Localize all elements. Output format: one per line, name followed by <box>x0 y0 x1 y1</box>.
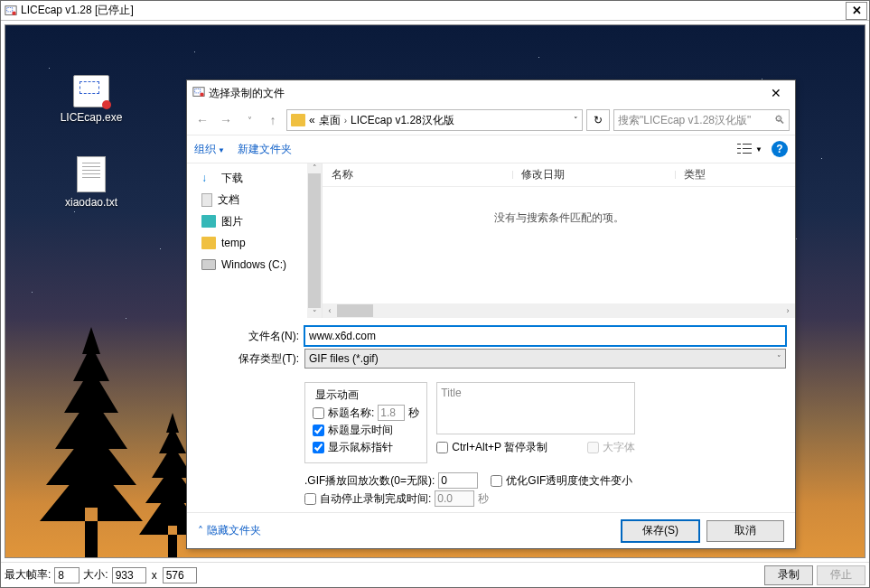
hide-folders-link[interactable]: ˄ 隐藏文件夹 <box>198 523 261 538</box>
record-button[interactable]: 录制 <box>764 565 813 585</box>
recent-dropdown[interactable]: ˅ <box>239 110 259 130</box>
title-textarea[interactable]: Title <box>436 382 635 434</box>
autostop-seconds-label: 秒 <box>478 491 489 507</box>
pause-hotkey-label: Ctrl+Alt+P 暂停录制 <box>452 440 547 455</box>
svg-point-2 <box>12 11 15 14</box>
autostop-label: 自动停止录制完成时间: <box>320 491 431 507</box>
desktop-icon-xiaodao[interactable]: xiaodao.txt <box>55 156 127 209</box>
optimize-label: 优化GIF透明度使文件变小 <box>506 473 632 489</box>
desktop-icon-label: LICEcap.exe <box>55 111 127 124</box>
file-list[interactable]: 没有与搜索条件匹配的项。 <box>323 187 795 303</box>
tree-item-drive-c[interactable]: Windows (C:)˅ <box>187 254 322 275</box>
view-mode-button[interactable]: ▼ <box>737 143 762 155</box>
loop-label: .GIF播放回放次数(0=无限): <box>304 473 435 489</box>
breadcrumb-part[interactable]: 桌面 <box>319 113 341 128</box>
organize-menu[interactable]: 组织▼ <box>194 142 225 157</box>
breadcrumb[interactable]: « 桌面 › LICEcap v1.28汉化版 ˅ <box>286 109 583 131</box>
title-name-checkbox[interactable] <box>313 407 324 419</box>
back-button[interactable]: ← <box>192 110 212 130</box>
column-type[interactable]: 类型 <box>675 167 795 182</box>
dialog-app-icon <box>192 86 205 101</box>
dialog-toolbar: 组织▼ 新建文件夹 ▼ ? <box>187 135 795 163</box>
show-time-checkbox[interactable] <box>313 425 324 436</box>
forward-button[interactable]: → <box>216 110 236 130</box>
svg-rect-9 <box>743 148 752 149</box>
dialog-close-button[interactable]: ✕ <box>762 86 790 100</box>
size-label: 大小: <box>83 567 108 583</box>
capture-area: LICEcap.exe xiaodao.txt 选择录制的文件 ✕ ← → ˅ … <box>5 24 865 558</box>
refresh-button[interactable]: ↻ <box>586 109 610 131</box>
tree-item-temp[interactable]: temp <box>187 232 322 254</box>
save-button[interactable]: 保存(S) <box>622 520 699 542</box>
cancel-button[interactable]: 取消 <box>706 520 784 542</box>
form-area: 文件名(N): 保存类型(T): GIF files (*.gif) ˅ <box>187 318 795 378</box>
pictures-icon <box>201 215 216 228</box>
file-panel: 名称 修改日期 类型 没有与搜索条件匹配的项。 ‹› <box>323 163 795 318</box>
height-input[interactable] <box>163 567 197 583</box>
show-cursor-label: 显示鼠标指针 <box>328 440 393 455</box>
save-dialog: 选择录制的文件 ✕ ← → ˅ ↑ « 桌面 › LICEcap v1.28汉化… <box>186 79 796 549</box>
main-titlebar[interactable]: LICEcap v1.28 [已停止] ✕ <box>1 1 869 21</box>
breadcrumb-part[interactable]: LICEcap v1.28汉化版 <box>351 113 454 128</box>
nav-bar: ← → ˅ ↑ « 桌面 › LICEcap v1.28汉化版 ˅ ↻ 搜索"L… <box>187 106 795 135</box>
group-legend: 显示动画 <box>313 387 361 403</box>
search-input[interactable]: 搜索"LICEcap v1.28汉化版" 🔍︎ <box>613 109 790 131</box>
autostop-time-input[interactable] <box>435 490 474 507</box>
txt-file-icon <box>77 156 106 192</box>
column-name[interactable]: 名称 <box>323 167 512 182</box>
autostop-checkbox[interactable] <box>304 493 316 505</box>
display-animation-group: 显示动画 标题名称: 秒 标题显示时间 <box>304 382 427 463</box>
fps-label: 最大帧率: <box>5 567 51 583</box>
big-font-label: 大字体 <box>603 440 635 455</box>
extra-options: .GIF播放回放次数(0=无限): 优化GIF透明度使文件变小 自动停止录制完成… <box>187 469 795 512</box>
filename-label: 文件名(N): <box>196 329 304 344</box>
search-placeholder: 搜索"LICEcap v1.28汉化版" <box>618 113 751 128</box>
pause-hotkey-checkbox[interactable] <box>436 442 448 453</box>
show-cursor-checkbox[interactable] <box>313 442 324 453</box>
empty-message: 没有与搜索条件匹配的项。 <box>494 210 624 226</box>
dialog-titlebar[interactable]: 选择录制的文件 ✕ <box>187 80 795 106</box>
column-modified[interactable]: 修改日期 <box>512 167 675 182</box>
svg-point-5 <box>200 92 203 96</box>
horizontal-scrollbar[interactable]: ‹› <box>323 303 795 318</box>
desktop-icon-licecap[interactable]: LICEcap.exe <box>55 75 127 124</box>
filename-input[interactable] <box>304 326 786 346</box>
folder-tree: ↓下载📌︎ 文档📌︎ 图片📌︎ temp Windows (C:)˅ ˄˅ <box>187 163 323 318</box>
dialog-footer: ˄ 隐藏文件夹 保存(S) 取消 <box>187 512 795 548</box>
up-button[interactable]: ↑ <box>263 110 283 130</box>
search-icon: 🔍︎ <box>774 114 785 126</box>
seconds-label: 秒 <box>408 406 419 421</box>
fps-input[interactable] <box>54 567 80 583</box>
column-headers[interactable]: 名称 修改日期 类型 <box>323 163 795 187</box>
width-input[interactable] <box>112 567 146 583</box>
breadcrumb-prefix: « <box>309 114 315 126</box>
show-time-label: 标题显示时间 <box>328 423 393 438</box>
main-window: LICEcap v1.28 [已停止] ✕ LICEcap.exe xiaoda… <box>0 0 870 588</box>
download-icon: ↓ <box>201 172 216 184</box>
loop-count-input[interactable] <box>438 472 478 489</box>
folder-icon <box>291 114 305 126</box>
title-duration-input[interactable] <box>378 405 405 421</box>
bottom-bar: 最大帧率: 大小: x 录制 停止 <box>1 562 869 587</box>
tree-item-downloads[interactable]: ↓下载📌︎ <box>187 167 322 189</box>
folder-icon <box>201 237 216 249</box>
svg-rect-6 <box>737 144 741 145</box>
tree-scrollbar[interactable]: ˄˅ <box>307 163 322 318</box>
dialog-title: 选择录制的文件 <box>209 86 762 101</box>
desktop-icon-label: xiaodao.txt <box>55 196 127 209</box>
help-button[interactable]: ? <box>772 141 788 157</box>
filetype-combo[interactable]: GIF files (*.gif) ˅ <box>304 349 786 369</box>
tree-item-pictures[interactable]: 图片📌︎ <box>187 210 322 232</box>
filetype-label: 保存类型(T): <box>196 351 304 367</box>
drive-icon <box>201 259 216 270</box>
new-folder-button[interactable]: 新建文件夹 <box>238 142 292 157</box>
close-button[interactable]: ✕ <box>846 2 867 20</box>
big-font-checkbox <box>587 442 599 453</box>
tree-item-documents[interactable]: 文档📌︎ <box>187 189 322 210</box>
breadcrumb-dropdown[interactable]: ˅ <box>574 116 578 125</box>
optimize-checkbox[interactable] <box>491 475 502 487</box>
app-icon <box>5 5 17 17</box>
title-name-label: 标题名称: <box>328 406 374 421</box>
main-title: LICEcap v1.28 [已停止] <box>21 3 846 18</box>
licecap-exe-icon <box>73 75 109 107</box>
